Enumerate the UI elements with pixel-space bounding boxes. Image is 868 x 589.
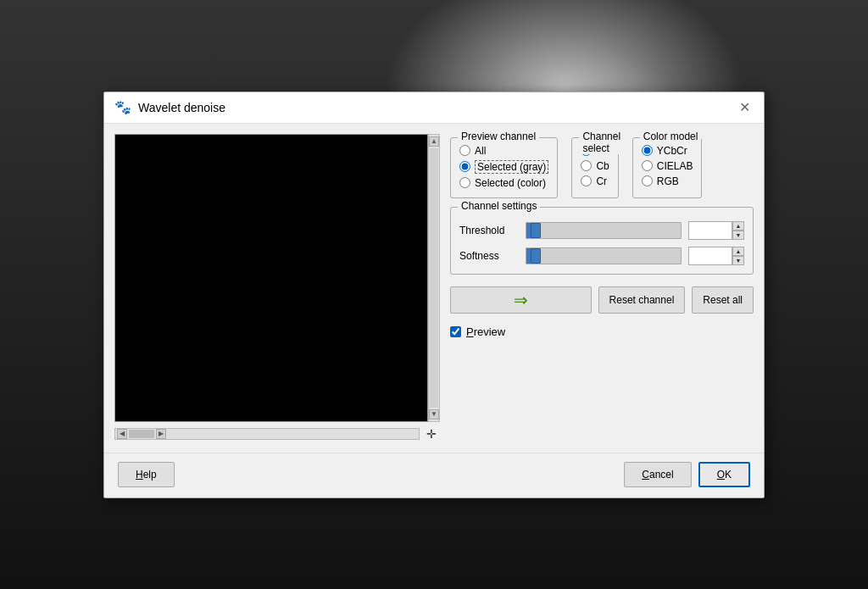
- softness-spinner-up[interactable]: ▲: [732, 247, 744, 256]
- preview-channel-selected-gray[interactable]: Selected (gray): [459, 160, 548, 174]
- scroll-track-right: [430, 148, 438, 408]
- preview-canvas: [114, 134, 428, 422]
- gimp-icon: 🐾: [114, 99, 131, 115]
- preview-channel-group: Preview channel All Selected (gray) S: [450, 137, 558, 198]
- scroll-right-arrow[interactable]: ▶: [156, 429, 166, 439]
- softness-label: Softness: [459, 250, 519, 262]
- scroll-up-arrow[interactable]: ▲: [429, 136, 439, 147]
- preview-channel-selected-color[interactable]: Selected (color): [459, 177, 548, 189]
- footer-left: Help: [118, 462, 175, 487]
- wavelet-denoise-dialog: 🐾 Wavelet denoise ✕ ▲ ▼ ◀ ▶: [103, 92, 765, 498]
- threshold-row: Threshold 0.00 ▲ ▼: [459, 221, 744, 240]
- radio-selected-color[interactable]: [459, 177, 470, 188]
- footer-right: Cancel OK: [624, 462, 750, 487]
- radio-cielab[interactable]: [642, 160, 653, 171]
- scrollbar-bottom: ◀ ▶: [114, 428, 420, 440]
- threshold-spinner-buttons: ▲ ▼: [732, 221, 744, 240]
- dialog-titlebar: 🐾 Wavelet denoise ✕: [104, 92, 764, 124]
- scrollbar-right: ▲ ▼: [428, 134, 440, 422]
- crosshair-button[interactable]: ✛: [423, 425, 440, 442]
- threshold-spinner-down[interactable]: ▼: [732, 231, 744, 240]
- preview-check-label[interactable]: Preview: [466, 325, 505, 338]
- radio-rgb-label: RGB: [657, 175, 679, 187]
- dialog-title: Wavelet denoise: [138, 101, 225, 114]
- softness-slider-track[interactable]: [526, 247, 682, 264]
- color-model-group: Color model YCbCr CIELAB RGB: [632, 137, 703, 198]
- radio-ycbcr-label: YCbCr: [657, 145, 687, 157]
- threshold-slider-thumb[interactable]: [531, 223, 541, 238]
- cancel-label: Cancel: [642, 469, 673, 481]
- channel-select-label: Channel select: [579, 131, 624, 154]
- preview-channel-options: All Selected (gray) Selected (color): [459, 145, 548, 189]
- color-model-options: YCbCr CIELAB RGB: [642, 145, 693, 187]
- radio-cr-label: Cr: [596, 175, 607, 187]
- color-model-ycbcr[interactable]: YCbCr: [642, 145, 693, 157]
- radio-selected-color-label: Selected (color): [475, 177, 546, 189]
- softness-spinner: 0.00 ▲ ▼: [688, 247, 744, 265]
- preview-area: ▲ ▼ ◀ ▶ ✛: [114, 134, 440, 442]
- top-controls-row: Preview channel All Selected (gray) S: [450, 137, 754, 198]
- dialog-body: ▲ ▼ ◀ ▶ ✛ Preview channel: [104, 124, 764, 453]
- radio-selected-gray-label: Selected (gray): [475, 160, 548, 174]
- preview-canvas-wrapper: ▲ ▼: [114, 134, 440, 422]
- scroll-thumb-h[interactable]: [129, 430, 154, 438]
- threshold-spinner-up[interactable]: ▲: [732, 221, 744, 231]
- ok-button[interactable]: OK: [698, 462, 750, 487]
- channel-select-group: Channel select Y Cb Cr: [571, 137, 618, 198]
- close-button[interactable]: ✕: [736, 99, 754, 116]
- controls-area: Preview channel All Selected (gray) S: [450, 134, 754, 442]
- reset-all-button[interactable]: Reset all: [692, 286, 754, 314]
- softness-slider-thumb[interactable]: [531, 248, 541, 264]
- title-left: 🐾 Wavelet denoise: [114, 99, 225, 115]
- softness-spinner-down[interactable]: ▼: [732, 256, 744, 265]
- help-label: Help: [136, 469, 157, 481]
- channel-select-cb[interactable]: Cb: [581, 160, 609, 172]
- softness-spinner-buttons: ▲ ▼: [732, 247, 744, 265]
- radio-all-label: All: [475, 145, 486, 157]
- channel-select-cr[interactable]: Cr: [581, 175, 609, 187]
- threshold-label: Threshold: [459, 225, 519, 236]
- radio-cb-label: Cb: [596, 160, 609, 172]
- softness-input[interactable]: 0.00: [688, 247, 732, 265]
- radio-cr[interactable]: [581, 175, 592, 186]
- softness-row: Softness 0.00 ▲ ▼: [459, 247, 744, 265]
- channel-settings-group: Channel settings Threshold 0.00 ▲: [450, 207, 754, 275]
- threshold-input[interactable]: 0.00: [688, 221, 732, 240]
- preview-check-row: Preview: [450, 325, 754, 338]
- color-model-label: Color model: [640, 131, 702, 142]
- reset-channel-button[interactable]: Reset channel: [598, 286, 686, 314]
- action-row: ⇒ Reset channel Reset all: [450, 286, 754, 314]
- radio-ycbcr[interactable]: [642, 145, 653, 156]
- color-model-rgb[interactable]: RGB: [642, 175, 693, 187]
- radio-cb[interactable]: [581, 160, 592, 171]
- channel-settings-label: Channel settings: [458, 200, 540, 212]
- threshold-spinner: 0.00 ▲ ▼: [688, 221, 744, 240]
- arrow-button[interactable]: ⇒: [450, 286, 592, 314]
- cancel-button[interactable]: Cancel: [624, 462, 691, 487]
- help-button[interactable]: Help: [118, 462, 175, 487]
- ok-label: OK: [717, 469, 732, 481]
- preview-channel-label: Preview channel: [458, 131, 539, 142]
- preview-checkbox[interactable]: [450, 326, 461, 337]
- radio-cielab-label: CIELAB: [657, 160, 693, 172]
- threshold-slider-track[interactable]: [526, 222, 682, 239]
- channel-settings-content: Threshold 0.00 ▲ ▼: [459, 221, 744, 265]
- bottom-bar: ◀ ▶ ✛: [114, 425, 440, 442]
- dialog-footer: Help Cancel OK: [104, 453, 764, 496]
- green-arrow-icon: ⇒: [514, 290, 528, 310]
- radio-rgb[interactable]: [642, 175, 653, 186]
- scroll-left-arrow[interactable]: ◀: [117, 429, 127, 439]
- preview-label-text: Preview: [466, 325, 505, 338]
- color-model-cielab[interactable]: CIELAB: [642, 160, 693, 172]
- preview-channel-all[interactable]: All: [459, 145, 548, 157]
- scroll-down-arrow[interactable]: ▼: [429, 409, 439, 420]
- radio-selected-gray[interactable]: [459, 161, 470, 172]
- radio-all[interactable]: [459, 145, 470, 156]
